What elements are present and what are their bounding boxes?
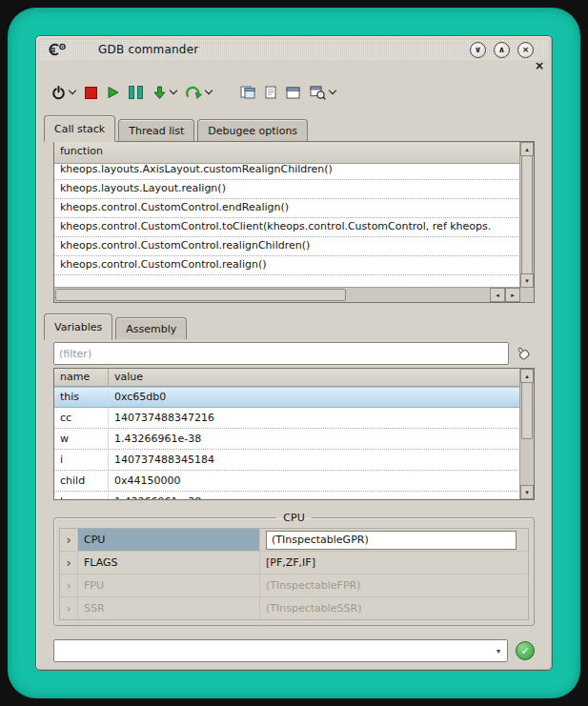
horizontal-scroll-buttons: ◂ ▸: [490, 288, 520, 302]
scroll-down-button[interactable]: ▾: [520, 273, 534, 288]
vertical-scrollbar[interactable]: ▴ ▾: [519, 142, 534, 288]
chevron-down-icon: ▾: [497, 647, 500, 656]
scroll-down-button[interactable]: ▾: [520, 485, 534, 499]
variables-list: this 0xc65db0 cc 140737488347216 w 1.432…: [54, 387, 520, 499]
variable-name: child: [54, 471, 109, 491]
pause-button[interactable]: [125, 80, 147, 105]
curved-arrow-icon: [186, 86, 202, 99]
variable-name: w: [54, 429, 109, 449]
pages-icon: [240, 86, 255, 99]
stop-button[interactable]: [81, 80, 101, 105]
window-title: GDB commander: [98, 43, 198, 56]
scroll-up-button[interactable]: ▴: [520, 142, 534, 156]
chevron-down-icon: [205, 87, 213, 94]
step-button[interactable]: [149, 80, 180, 105]
maximize-button[interactable]: ∧: [494, 42, 510, 58]
power-icon: [51, 86, 66, 100]
tab-thread-list[interactable]: Thread list: [118, 119, 194, 141]
cpu-row-name[interactable]: FPU: [78, 575, 260, 596]
variable-value: 0x44150000: [109, 471, 520, 491]
titlebar[interactable]: GDB commander ∨ ∧ ×: [40, 39, 548, 60]
debug-toolbar: [48, 77, 552, 108]
variable-value: 140737488345184: [109, 450, 520, 470]
window-button[interactable]: [282, 80, 304, 105]
cpu-row-name[interactable]: FLAGS: [78, 552, 260, 574]
scroll-left-button[interactable]: ◂: [490, 288, 505, 302]
gdb-commander-window: GDB commander ∨ ∧ × ×: [35, 35, 553, 671]
document-icon: [265, 86, 276, 99]
expander-icon[interactable]: ›: [60, 552, 78, 574]
power-button[interactable]: [48, 80, 79, 105]
command-combobox[interactable]: ▾: [53, 639, 508, 662]
cpu-value-field[interactable]: (TInspectableGPR): [266, 531, 517, 550]
expander-icon[interactable]: ›: [60, 575, 78, 596]
variable-row[interactable]: cc 140737488347216: [54, 408, 520, 429]
tab-assembly[interactable]: Assembly: [115, 317, 187, 339]
cpu-row[interactable]: › FPU (TInspectableFPR): [60, 575, 528, 597]
callstack-row[interactable]: kheops.control.CustomControl.endRealign(…: [54, 199, 520, 218]
combo-dropdown-button[interactable]: ▾: [491, 641, 506, 660]
document-button[interactable]: [261, 80, 280, 105]
cpu-row-value: (TInspectableSSR): [260, 597, 528, 619]
cpu-row[interactable]: › CPU (TInspectableGPR): [60, 529, 528, 552]
variable-row[interactable]: i 140737488345184: [54, 450, 520, 471]
cpu-row[interactable]: › FLAGS [PF,ZF,IF]: [60, 552, 528, 575]
column-header-name[interactable]: name: [54, 369, 109, 386]
variable-value: 140737488347216: [109, 408, 520, 428]
pages-button[interactable]: [236, 80, 259, 105]
dock-close-button[interactable]: ×: [535, 60, 544, 72]
tab-variables[interactable]: Variables: [44, 313, 112, 340]
scroll-right-button[interactable]: ▸: [505, 288, 520, 302]
scrollbar-thumb[interactable]: [521, 155, 533, 274]
variable-row[interactable]: this 0xc65db0: [54, 387, 520, 408]
chevron-down-icon: [170, 87, 177, 94]
expander-icon[interactable]: ›: [60, 597, 78, 619]
scroll-left-icon: ◂: [496, 292, 499, 299]
cpu-row-name[interactable]: CPU: [78, 529, 260, 551]
window-search-button[interactable]: [306, 80, 339, 105]
expander-icon[interactable]: ›: [60, 529, 78, 551]
variable-row[interactable]: w 1.43266961e-38: [54, 429, 520, 450]
step-over-button[interactable]: [182, 80, 215, 105]
command-bar: ▾ ✓: [53, 639, 535, 662]
filter-picker-button[interactable]: [512, 344, 535, 363]
scrollbar-thumb[interactable]: [521, 382, 533, 439]
callstack-panel: function kheops.layouts.AxisLayout.custo…: [53, 141, 535, 303]
cpu-row-name[interactable]: SSR: [78, 597, 260, 619]
callstack-row[interactable]: kheops.layouts.Layout.realign(): [54, 180, 520, 199]
pause-icon: [129, 86, 143, 99]
filter-input[interactable]: [53, 342, 509, 365]
cpu-row[interactable]: › SSR (TInspectableSSR): [60, 597, 528, 619]
cpu-group-title: CPU: [276, 512, 311, 524]
tab-debugee-options[interactable]: Debugee options: [197, 119, 308, 141]
stack-tabbar: Call stack Thread list Debugee options: [44, 116, 552, 141]
tab-call-stack[interactable]: Call stack: [44, 115, 115, 142]
variable-value: 1.43266961e-38: [109, 492, 520, 499]
scrollbar-thumb[interactable]: [55, 289, 346, 301]
variables-panel: name value this 0xc65db0 cc 140737488347…: [53, 368, 535, 500]
run-button[interactable]: [103, 80, 123, 105]
variable-name: cc: [54, 408, 109, 428]
command-input[interactable]: [55, 641, 490, 660]
close-icon: ×: [522, 46, 530, 54]
maximize-icon: ∧: [498, 46, 505, 54]
variable-row[interactable]: b 1.43266961e-38: [54, 492, 520, 499]
minimize-button[interactable]: ∨: [470, 42, 486, 58]
variable-name: this: [54, 387, 109, 407]
column-header-value[interactable]: value: [109, 369, 534, 386]
send-command-button[interactable]: ✓: [516, 641, 535, 660]
callstack-list: kheops.layouts.AxisLayout.customRealignC…: [54, 161, 520, 288]
callstack-row[interactable]: kheops.control.CustomControl.toClient(kh…: [54, 218, 520, 237]
callstack-row[interactable]: kheops.control.CustomControl.realign(): [54, 256, 520, 275]
hand-pointer-icon: [516, 346, 531, 361]
chevron-down-icon: [69, 87, 76, 94]
scroll-up-button[interactable]: ▴: [520, 369, 534, 383]
vertical-scrollbar[interactable]: ▴ ▾: [519, 369, 534, 499]
close-button[interactable]: ×: [517, 42, 534, 58]
callstack-row[interactable]: kheops.layouts.AxisLayout.customRealignC…: [54, 161, 520, 180]
horizontal-scrollbar[interactable]: ◂ ▸: [54, 287, 520, 302]
variable-row[interactable]: child 0x44150000: [54, 471, 520, 492]
scrollbar-corner: [520, 288, 534, 302]
callstack-row[interactable]: kheops.control.CustomControl.realignChil…: [54, 237, 520, 256]
filter-bar: [53, 343, 535, 364]
